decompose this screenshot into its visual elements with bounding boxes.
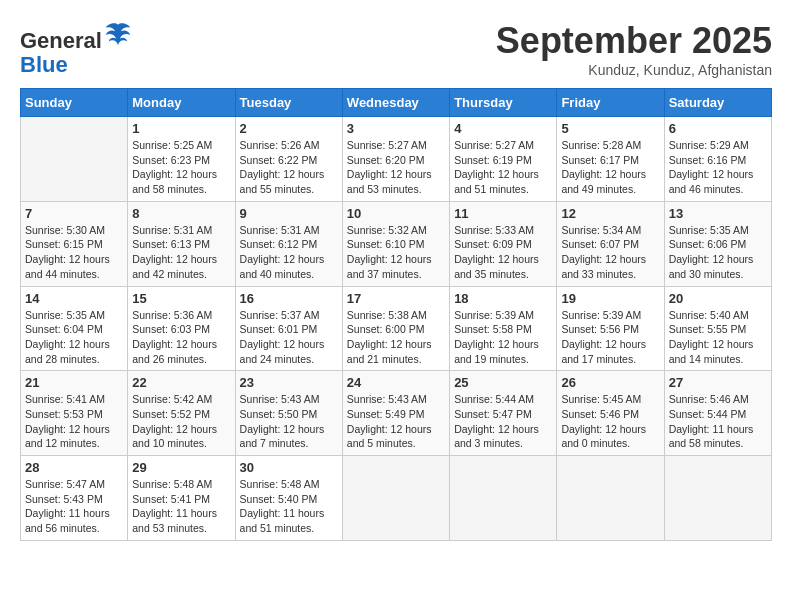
calendar-week-row: 28Sunrise: 5:47 AM Sunset: 5:43 PM Dayli… <box>21 456 772 541</box>
day-number: 27 <box>669 375 767 390</box>
day-content: Sunrise: 5:27 AM Sunset: 6:19 PM Dayligh… <box>454 138 552 197</box>
calendar-cell: 19Sunrise: 5:39 AM Sunset: 5:56 PM Dayli… <box>557 286 664 371</box>
calendar-cell: 26Sunrise: 5:45 AM Sunset: 5:46 PM Dayli… <box>557 371 664 456</box>
day-content: Sunrise: 5:48 AM Sunset: 5:40 PM Dayligh… <box>240 477 338 536</box>
calendar-cell: 24Sunrise: 5:43 AM Sunset: 5:49 PM Dayli… <box>342 371 449 456</box>
calendar-cell: 28Sunrise: 5:47 AM Sunset: 5:43 PM Dayli… <box>21 456 128 541</box>
calendar-cell: 17Sunrise: 5:38 AM Sunset: 6:00 PM Dayli… <box>342 286 449 371</box>
day-content: Sunrise: 5:44 AM Sunset: 5:47 PM Dayligh… <box>454 392 552 451</box>
logo-blue: Blue <box>20 52 68 77</box>
calendar-cell <box>21 117 128 202</box>
day-number: 13 <box>669 206 767 221</box>
calendar-cell: 7Sunrise: 5:30 AM Sunset: 6:15 PM Daylig… <box>21 201 128 286</box>
day-number: 8 <box>132 206 230 221</box>
month-title: September 2025 <box>496 20 772 62</box>
day-number: 19 <box>561 291 659 306</box>
day-content: Sunrise: 5:38 AM Sunset: 6:00 PM Dayligh… <box>347 308 445 367</box>
day-number: 24 <box>347 375 445 390</box>
day-number: 28 <box>25 460 123 475</box>
calendar-cell: 4Sunrise: 5:27 AM Sunset: 6:19 PM Daylig… <box>450 117 557 202</box>
calendar-week-row: 14Sunrise: 5:35 AM Sunset: 6:04 PM Dayli… <box>21 286 772 371</box>
day-number: 5 <box>561 121 659 136</box>
calendar-cell: 30Sunrise: 5:48 AM Sunset: 5:40 PM Dayli… <box>235 456 342 541</box>
calendar-table: SundayMondayTuesdayWednesdayThursdayFrid… <box>20 88 772 541</box>
day-content: Sunrise: 5:39 AM Sunset: 5:56 PM Dayligh… <box>561 308 659 367</box>
day-number: 11 <box>454 206 552 221</box>
day-number: 17 <box>347 291 445 306</box>
calendar-cell: 8Sunrise: 5:31 AM Sunset: 6:13 PM Daylig… <box>128 201 235 286</box>
calendar-cell: 11Sunrise: 5:33 AM Sunset: 6:09 PM Dayli… <box>450 201 557 286</box>
day-content: Sunrise: 5:40 AM Sunset: 5:55 PM Dayligh… <box>669 308 767 367</box>
day-number: 21 <box>25 375 123 390</box>
calendar-cell <box>450 456 557 541</box>
day-content: Sunrise: 5:37 AM Sunset: 6:01 PM Dayligh… <box>240 308 338 367</box>
calendar-cell <box>557 456 664 541</box>
calendar-cell: 16Sunrise: 5:37 AM Sunset: 6:01 PM Dayli… <box>235 286 342 371</box>
calendar-cell: 22Sunrise: 5:42 AM Sunset: 5:52 PM Dayli… <box>128 371 235 456</box>
calendar-week-row: 21Sunrise: 5:41 AM Sunset: 5:53 PM Dayli… <box>21 371 772 456</box>
calendar-week-row: 1Sunrise: 5:25 AM Sunset: 6:23 PM Daylig… <box>21 117 772 202</box>
day-content: Sunrise: 5:42 AM Sunset: 5:52 PM Dayligh… <box>132 392 230 451</box>
calendar-cell: 12Sunrise: 5:34 AM Sunset: 6:07 PM Dayli… <box>557 201 664 286</box>
logo: General Blue <box>20 20 132 77</box>
day-number: 7 <box>25 206 123 221</box>
page-header: General Blue September 2025 Kunduz, Kund… <box>20 20 772 78</box>
logo-general: General <box>20 28 102 53</box>
day-number: 9 <box>240 206 338 221</box>
column-header-wednesday: Wednesday <box>342 89 449 117</box>
calendar-cell: 2Sunrise: 5:26 AM Sunset: 6:22 PM Daylig… <box>235 117 342 202</box>
day-content: Sunrise: 5:26 AM Sunset: 6:22 PM Dayligh… <box>240 138 338 197</box>
day-content: Sunrise: 5:34 AM Sunset: 6:07 PM Dayligh… <box>561 223 659 282</box>
day-number: 1 <box>132 121 230 136</box>
day-content: Sunrise: 5:43 AM Sunset: 5:49 PM Dayligh… <box>347 392 445 451</box>
day-number: 10 <box>347 206 445 221</box>
calendar-cell: 1Sunrise: 5:25 AM Sunset: 6:23 PM Daylig… <box>128 117 235 202</box>
calendar-cell: 6Sunrise: 5:29 AM Sunset: 6:16 PM Daylig… <box>664 117 771 202</box>
day-content: Sunrise: 5:36 AM Sunset: 6:03 PM Dayligh… <box>132 308 230 367</box>
day-content: Sunrise: 5:46 AM Sunset: 5:44 PM Dayligh… <box>669 392 767 451</box>
day-content: Sunrise: 5:39 AM Sunset: 5:58 PM Dayligh… <box>454 308 552 367</box>
column-header-saturday: Saturday <box>664 89 771 117</box>
column-header-thursday: Thursday <box>450 89 557 117</box>
calendar-cell: 15Sunrise: 5:36 AM Sunset: 6:03 PM Dayli… <box>128 286 235 371</box>
day-number: 18 <box>454 291 552 306</box>
day-number: 12 <box>561 206 659 221</box>
calendar-cell: 29Sunrise: 5:48 AM Sunset: 5:41 PM Dayli… <box>128 456 235 541</box>
day-content: Sunrise: 5:41 AM Sunset: 5:53 PM Dayligh… <box>25 392 123 451</box>
day-content: Sunrise: 5:48 AM Sunset: 5:41 PM Dayligh… <box>132 477 230 536</box>
title-block: September 2025 Kunduz, Kunduz, Afghanist… <box>496 20 772 78</box>
day-content: Sunrise: 5:43 AM Sunset: 5:50 PM Dayligh… <box>240 392 338 451</box>
calendar-cell: 3Sunrise: 5:27 AM Sunset: 6:20 PM Daylig… <box>342 117 449 202</box>
calendar-header-row: SundayMondayTuesdayWednesdayThursdayFrid… <box>21 89 772 117</box>
calendar-cell: 10Sunrise: 5:32 AM Sunset: 6:10 PM Dayli… <box>342 201 449 286</box>
day-number: 4 <box>454 121 552 136</box>
day-number: 30 <box>240 460 338 475</box>
logo-bird-icon <box>104 20 132 48</box>
column-header-friday: Friday <box>557 89 664 117</box>
calendar-cell: 25Sunrise: 5:44 AM Sunset: 5:47 PM Dayli… <box>450 371 557 456</box>
calendar-cell: 20Sunrise: 5:40 AM Sunset: 5:55 PM Dayli… <box>664 286 771 371</box>
day-content: Sunrise: 5:35 AM Sunset: 6:04 PM Dayligh… <box>25 308 123 367</box>
day-number: 3 <box>347 121 445 136</box>
day-number: 23 <box>240 375 338 390</box>
calendar-cell: 14Sunrise: 5:35 AM Sunset: 6:04 PM Dayli… <box>21 286 128 371</box>
day-content: Sunrise: 5:33 AM Sunset: 6:09 PM Dayligh… <box>454 223 552 282</box>
day-content: Sunrise: 5:29 AM Sunset: 6:16 PM Dayligh… <box>669 138 767 197</box>
calendar-week-row: 7Sunrise: 5:30 AM Sunset: 6:15 PM Daylig… <box>21 201 772 286</box>
location-subtitle: Kunduz, Kunduz, Afghanistan <box>496 62 772 78</box>
day-content: Sunrise: 5:45 AM Sunset: 5:46 PM Dayligh… <box>561 392 659 451</box>
calendar-cell: 5Sunrise: 5:28 AM Sunset: 6:17 PM Daylig… <box>557 117 664 202</box>
column-header-sunday: Sunday <box>21 89 128 117</box>
day-number: 15 <box>132 291 230 306</box>
calendar-cell: 23Sunrise: 5:43 AM Sunset: 5:50 PM Dayli… <box>235 371 342 456</box>
calendar-cell: 13Sunrise: 5:35 AM Sunset: 6:06 PM Dayli… <box>664 201 771 286</box>
column-header-tuesday: Tuesday <box>235 89 342 117</box>
day-number: 22 <box>132 375 230 390</box>
day-content: Sunrise: 5:28 AM Sunset: 6:17 PM Dayligh… <box>561 138 659 197</box>
day-content: Sunrise: 5:25 AM Sunset: 6:23 PM Dayligh… <box>132 138 230 197</box>
day-content: Sunrise: 5:35 AM Sunset: 6:06 PM Dayligh… <box>669 223 767 282</box>
day-content: Sunrise: 5:30 AM Sunset: 6:15 PM Dayligh… <box>25 223 123 282</box>
calendar-cell <box>664 456 771 541</box>
day-number: 6 <box>669 121 767 136</box>
calendar-cell <box>342 456 449 541</box>
